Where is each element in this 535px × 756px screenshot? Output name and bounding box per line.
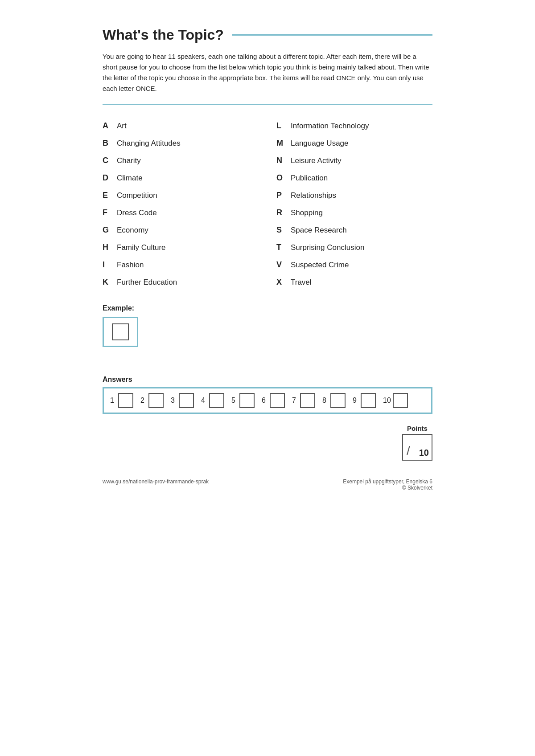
answer-input-box[interactable] [209,393,224,408]
example-inner-box [112,323,129,340]
answer-item: 9 [353,393,381,408]
divider [103,104,432,105]
topic-letter: S [276,225,291,235]
answer-input-box[interactable] [239,393,255,408]
topic-item: KFurther Education [103,274,259,291]
answer-item: 6 [262,393,290,408]
topic-item: IFashion [103,256,259,274]
answer-number: 7 [292,396,298,405]
topic-letter: P [276,191,291,200]
topic-name: Climate [117,174,143,183]
topic-name: Dress Code [117,208,157,217]
answer-number: 8 [322,396,329,405]
points-section: Points / 10 [103,425,432,461]
topic-name: Suspected Crime [291,261,349,270]
topic-item: NLeisure Activity [276,152,432,169]
topic-name: Shopping [291,208,323,217]
instructions-text: You are going to hear 11 speakers, each … [103,51,432,94]
topic-item: MLanguage Usage [276,135,432,152]
topic-letter: G [103,225,117,235]
topic-name: Competition [117,191,157,200]
answer-number: 6 [262,396,268,405]
answer-input-box[interactable] [300,393,315,408]
answer-input-box[interactable] [179,393,194,408]
topic-item: CCharity [103,152,259,169]
topics-left-column: AArtBChanging AttitudesCCharityDClimateE… [103,117,259,291]
answer-item: 7 [292,393,321,408]
answer-number: 10 [383,396,391,405]
answer-number: 2 [140,396,147,405]
title-line [232,34,432,36]
topic-letter: D [103,173,117,183]
answer-item: 1 [110,393,139,408]
topic-name: Economy [117,226,148,235]
answer-input-box[interactable] [270,393,285,408]
topic-letter: E [103,191,117,200]
topic-letter: H [103,243,117,252]
points-slash: / [407,444,410,458]
topic-item: ECompetition [103,187,259,204]
answer-item: 3 [171,393,199,408]
topic-name: Fashion [117,261,144,270]
answer-input-box[interactable] [118,393,133,408]
footer: www.gu.se/nationella-prov-frammande-spra… [103,478,432,491]
answers-outer-box: 12345678910 [103,387,432,414]
topic-name: Surprising Conclusion [291,243,364,252]
answer-item: 8 [322,393,351,408]
topic-name: Leisure Activity [291,156,341,165]
topic-item: FDress Code [103,204,259,221]
example-label: Example: [103,304,432,312]
answer-item: 10 [383,393,413,408]
answer-number: 3 [171,396,177,405]
answer-input-box[interactable] [148,393,164,408]
topic-letter: C [103,156,117,165]
footer-left: www.gu.se/nationella-prov-frammande-spra… [103,478,209,491]
points-block: Points / 10 [402,425,432,461]
topic-item: BChanging Attitudes [103,135,259,152]
topic-name: Publication [291,174,328,183]
topic-name: Art [117,122,127,131]
topic-item: TSurprising Conclusion [276,239,432,256]
answer-input-box[interactable] [330,393,346,408]
topic-name: Information Technology [291,122,369,131]
answer-number: 9 [353,396,359,405]
topic-item: DClimate [103,169,259,187]
topic-letter: V [276,260,291,270]
topics-grid: AArtBChanging AttitudesCCharityDClimateE… [103,117,432,291]
topic-letter: R [276,208,291,217]
topic-item: AArt [103,117,259,135]
topic-item: SSpace Research [276,221,432,239]
answer-item: 2 [140,393,169,408]
topic-item: PRelationships [276,187,432,204]
topic-item: RShopping [276,204,432,221]
topic-item: GEconomy [103,221,259,239]
answer-number: 5 [231,396,238,405]
answer-input-box[interactable] [393,393,408,408]
topic-name: Space Research [291,226,347,235]
topic-name: Travel [291,278,312,287]
topic-letter: A [103,121,117,131]
topic-name: Relationships [291,191,336,200]
topic-letter: K [103,278,117,287]
answers-label: Answers [103,376,432,384]
topic-name: Language Usage [291,139,349,148]
topic-letter: M [276,139,291,148]
page-title: What's the Topic? [103,27,432,43]
answers-section: Answers 12345678910 [103,376,432,414]
example-section: Example: [103,304,432,349]
topic-letter: I [103,260,117,270]
points-denom: 10 [419,448,429,458]
answer-item: 4 [201,393,230,408]
topic-item: XTravel [276,274,432,291]
topic-letter: N [276,156,291,165]
topics-right-column: LInformation TechnologyMLanguage UsageNL… [276,117,432,291]
footer-right: Exempel på uppgiftstyper, Engelska 6 © S… [343,478,432,491]
topic-item: LInformation Technology [276,117,432,135]
answer-number: 1 [110,396,116,405]
topic-item: VSuspected Crime [276,256,432,274]
answer-input-box[interactable] [361,393,376,408]
topic-letter: F [103,208,117,217]
points-label: Points [402,425,432,432]
answer-number: 4 [201,396,207,405]
example-outer-box [103,317,138,347]
